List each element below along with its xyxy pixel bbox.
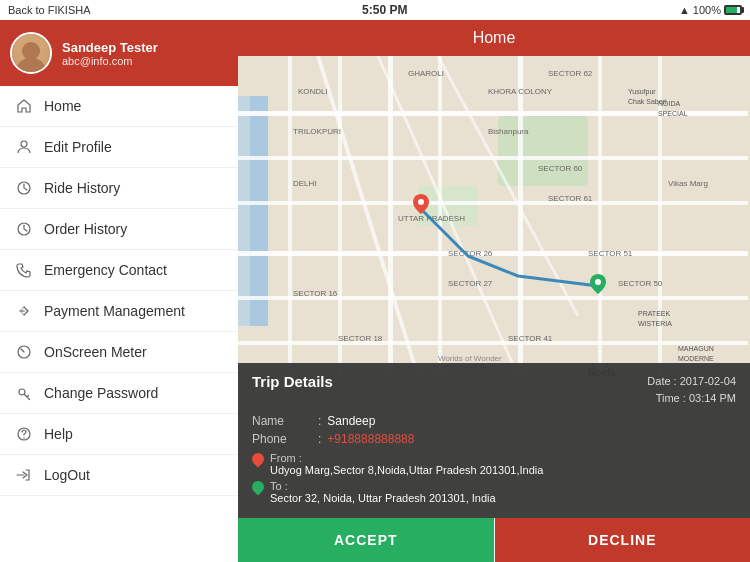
- svg-text:KONDLI: KONDLI: [298, 87, 328, 96]
- sidebar-item-label: Change Password: [44, 385, 158, 401]
- sidebar-item-logout[interactable]: LogOut: [0, 455, 238, 496]
- trip-to-location: To : Sector 32, Noida, Uttar Pradesh 201…: [252, 480, 736, 504]
- payment-icon: [14, 301, 34, 321]
- svg-text:MAHAGUN: MAHAGUN: [678, 345, 714, 352]
- svg-text:SECTOR 16: SECTOR 16: [293, 289, 338, 298]
- menu-items: Home Edit Profile Ride History: [0, 86, 238, 562]
- from-label: From :: [270, 452, 543, 464]
- trip-details-title: Trip Details: [252, 373, 333, 390]
- sidebar-item-label: Ride History: [44, 180, 120, 196]
- svg-text:Worlds of Wonder: Worlds of Wonder: [438, 354, 502, 363]
- back-button[interactable]: Back to FIKISHA: [8, 4, 91, 16]
- svg-text:SECTOR 61: SECTOR 61: [548, 194, 593, 203]
- status-time: 5:50 PM: [362, 3, 407, 17]
- svg-text:Bishanpura: Bishanpura: [488, 127, 529, 136]
- svg-text:WISTERIA: WISTERIA: [638, 320, 672, 327]
- main-content: Home: [238, 20, 750, 562]
- svg-text:DELHI: DELHI: [293, 179, 317, 188]
- svg-point-56: [418, 199, 424, 205]
- battery-icon: [724, 5, 742, 15]
- svg-rect-22: [518, 56, 523, 376]
- battery-indicator: ▲ 100%: [679, 4, 742, 16]
- trip-time: Time : 03:14 PM: [647, 390, 736, 407]
- clock-icon: [14, 178, 34, 198]
- user-info: Sandeep Tester abc@info.com: [62, 40, 158, 67]
- svg-text:SECTOR 27: SECTOR 27: [448, 279, 493, 288]
- trip-phone-label: Phone: [252, 432, 312, 446]
- page-title: Home: [473, 29, 516, 47]
- trip-name-label: Name: [252, 414, 312, 428]
- sidebar-item-edit-profile[interactable]: Edit Profile: [0, 127, 238, 168]
- sidebar-item-label: Edit Profile: [44, 139, 112, 155]
- home-icon: [14, 96, 34, 116]
- logout-icon: [14, 465, 34, 485]
- svg-text:Vikas Marg: Vikas Marg: [668, 179, 708, 188]
- svg-rect-23: [598, 56, 602, 376]
- trip-name-value: Sandeep: [327, 414, 375, 428]
- sidebar-item-home[interactable]: Home: [0, 86, 238, 127]
- trip-date: Date : 2017-02-04: [647, 373, 736, 390]
- svg-point-6: [23, 437, 25, 439]
- user-icon: [14, 137, 34, 157]
- sidebar-item-payment-management[interactable]: Payment Management: [0, 291, 238, 332]
- svg-rect-19: [338, 56, 342, 376]
- sidebar-item-label: Payment Management: [44, 303, 185, 319]
- phone-icon: [14, 260, 34, 280]
- svg-text:SECTOR 51: SECTOR 51: [588, 249, 633, 258]
- from-address: Udyog Marg,Sector 8,Noida,Uttar Pradesh …: [270, 464, 543, 476]
- svg-text:SECTOR 18: SECTOR 18: [338, 334, 383, 343]
- svg-rect-20: [388, 56, 393, 376]
- svg-rect-15: [238, 251, 748, 256]
- sidebar-item-order-history[interactable]: Order History: [0, 209, 238, 250]
- svg-text:Yusufpur: Yusufpur: [628, 88, 656, 96]
- svg-text:GHAROLI: GHAROLI: [408, 69, 444, 78]
- to-marker-icon: [250, 479, 267, 496]
- sidebar-item-label: Order History: [44, 221, 127, 237]
- svg-text:SECTOR 60: SECTOR 60: [538, 164, 583, 173]
- sidebar: Sandeep Tester abc@info.com Home Edit Pr…: [0, 20, 238, 562]
- svg-text:SPECIAL: SPECIAL: [658, 110, 688, 117]
- svg-text:SECTOR 62: SECTOR 62: [548, 69, 593, 78]
- from-marker-icon: [250, 451, 267, 468]
- to-address: Sector 32, Noida, Uttar Pradesh 201301, …: [270, 492, 496, 504]
- signal-icon: ▲: [679, 4, 690, 16]
- action-buttons: ACCEPT DECLINE: [238, 518, 750, 562]
- trip-phone-value: +918888888888: [327, 432, 414, 446]
- key-icon: [14, 383, 34, 403]
- svg-text:KHORA COLONY: KHORA COLONY: [488, 87, 553, 96]
- help-icon: [14, 424, 34, 444]
- svg-rect-18: [288, 56, 292, 376]
- svg-point-57: [595, 279, 601, 285]
- map-container[interactable]: GHAROLI SECTOR 62 KONDLI KHORA COLONY Yu…: [238, 56, 750, 518]
- sidebar-item-label: Help: [44, 426, 73, 442]
- svg-text:TRILOKPURI: TRILOKPURI: [293, 127, 341, 136]
- trip-datetime: Date : 2017-02-04 Time : 03:14 PM: [647, 373, 736, 406]
- to-label: To :: [270, 480, 496, 492]
- svg-text:NOIDA: NOIDA: [658, 100, 681, 107]
- sidebar-item-emergency-contact[interactable]: Emergency Contact: [0, 250, 238, 291]
- accept-button[interactable]: ACCEPT: [238, 518, 494, 562]
- svg-rect-14: [238, 201, 748, 205]
- sidebar-item-ride-history[interactable]: Ride History: [0, 168, 238, 209]
- trip-details-header: Trip Details Date : 2017-02-04 Time : 03…: [252, 373, 736, 406]
- sidebar-item-label: Emergency Contact: [44, 262, 167, 278]
- user-name: Sandeep Tester: [62, 40, 158, 55]
- svg-text:MODERNE: MODERNE: [678, 355, 714, 362]
- avatar: [10, 32, 52, 74]
- top-bar: Home: [238, 20, 750, 56]
- sidebar-item-change-password[interactable]: Change Password: [0, 373, 238, 414]
- decline-button[interactable]: DECLINE: [495, 518, 751, 562]
- svg-text:SECTOR 41: SECTOR 41: [508, 334, 553, 343]
- svg-rect-9: [250, 96, 268, 326]
- trip-details-panel: Trip Details Date : 2017-02-04 Time : 03…: [238, 363, 750, 518]
- sidebar-item-help[interactable]: Help: [0, 414, 238, 455]
- battery-percent: 100%: [693, 4, 721, 16]
- sidebar-item-label: OnScreen Meter: [44, 344, 147, 360]
- meter-icon: [14, 342, 34, 362]
- order-icon: [14, 219, 34, 239]
- sidebar-item-onscreen-meter[interactable]: OnScreen Meter: [0, 332, 238, 373]
- trip-name-row: Name : Sandeep: [252, 414, 736, 428]
- sidebar-header: Sandeep Tester abc@info.com: [0, 20, 238, 86]
- svg-text:SECTOR 50: SECTOR 50: [618, 279, 663, 288]
- svg-rect-17: [238, 341, 748, 345]
